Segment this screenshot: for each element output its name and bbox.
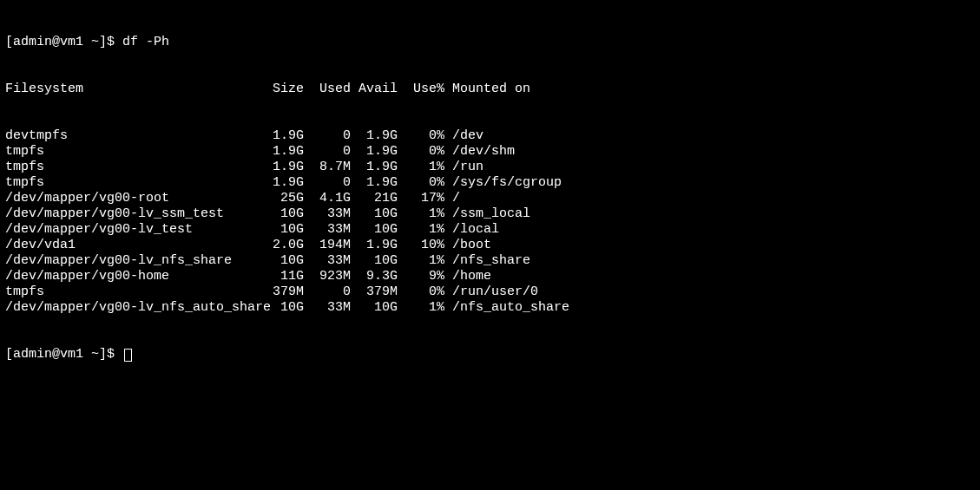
cell-avail: 9.3G <box>351 269 398 284</box>
table-row: /dev/mapper/vg00-lv_nfs_share10G33M10G1%… <box>5 253 975 269</box>
table-row: /dev/mapper/vg00-lv_test10G33M10G1%/loca… <box>5 222 975 238</box>
cell-usepct: 10% <box>398 238 444 253</box>
table-header-row: FilesystemSizeUsedAvailUse%Mounted on <box>5 82 975 97</box>
cell-size: 1.9G <box>257 160 304 175</box>
cell-usepct: 0% <box>398 128 444 144</box>
cell-used: 923M <box>304 269 351 284</box>
table-row: tmpfs1.9G8.7M1.9G1%/run <box>5 160 975 175</box>
cell-used: 0 <box>304 128 351 144</box>
cell-size: 1.9G <box>257 175 304 191</box>
cell-mount: /nfs_auto_share <box>444 300 569 316</box>
cell-filesystem: tmpfs <box>5 175 257 191</box>
cell-used: 194M <box>304 238 351 253</box>
command-text: df -Ph <box>122 35 169 49</box>
cell-used: 33M <box>304 253 351 269</box>
shell-prompt: [admin@vm1 ~]$ <box>5 35 122 49</box>
header-avail: Avail <box>351 82 398 97</box>
table-row: /dev/mapper/vg00-home11G923M9.3G9%/home <box>5 269 975 284</box>
cell-size: 25G <box>257 191 304 206</box>
command-line: [admin@vm1 ~]$ df -Ph <box>5 35 975 50</box>
cell-mount: /run/user/0 <box>444 284 538 300</box>
cell-usepct: 0% <box>398 284 444 300</box>
cell-size: 379M <box>257 284 304 300</box>
cell-mount: /ssm_local <box>444 206 530 222</box>
cell-filesystem: /dev/mapper/vg00-lv_nfs_auto_share <box>5 300 257 316</box>
cell-used: 4.1G <box>304 191 351 206</box>
cell-usepct: 1% <box>398 253 444 269</box>
table-row: /dev/mapper/vg00-lv_ssm_test10G33M10G1%/… <box>5 206 975 222</box>
cell-usepct: 0% <box>398 175 444 191</box>
cell-used: 8.7M <box>304 160 351 175</box>
cell-usepct: 17% <box>398 191 444 206</box>
cell-size: 1.9G <box>257 144 304 160</box>
cell-avail: 379M <box>351 284 398 300</box>
cell-size: 2.0G <box>257 238 304 253</box>
header-used: Used <box>304 82 351 97</box>
cell-size: 10G <box>257 222 304 238</box>
cell-size: 11G <box>257 269 304 284</box>
cell-used: 33M <box>304 300 351 316</box>
cell-used: 0 <box>304 175 351 191</box>
table-row: tmpfs1.9G01.9G0%/sys/fs/cgroup <box>5 175 975 191</box>
cell-mount: /home <box>444 269 491 284</box>
cell-mount: /dev/shm <box>444 144 515 160</box>
cell-used: 0 <box>304 144 351 160</box>
header-size: Size <box>257 82 304 97</box>
cell-avail: 1.9G <box>351 175 398 191</box>
cell-size: 10G <box>257 253 304 269</box>
cell-usepct: 1% <box>398 300 444 316</box>
cell-avail: 1.9G <box>351 128 398 144</box>
cell-usepct: 9% <box>398 269 444 284</box>
cell-size: 1.9G <box>257 128 304 144</box>
cell-mount: /dev <box>444 128 483 144</box>
table-row: /dev/mapper/vg00-lv_nfs_auto_share10G33M… <box>5 300 975 316</box>
cell-filesystem: tmpfs <box>5 284 257 300</box>
cell-avail: 1.9G <box>351 160 398 175</box>
cell-mount: /boot <box>444 238 491 253</box>
cell-usepct: 0% <box>398 144 444 160</box>
cell-avail: 1.9G <box>351 238 398 253</box>
cell-mount: / <box>444 191 460 206</box>
cell-avail: 10G <box>351 300 398 316</box>
cell-mount: /run <box>444 160 483 175</box>
cell-avail: 21G <box>351 191 398 206</box>
cursor-icon <box>124 349 132 362</box>
prompt-line: [admin@vm1 ~]$ <box>5 347 975 363</box>
header-usepct: Use% <box>398 82 444 97</box>
table-row: /dev/vda12.0G194M1.9G10%/boot <box>5 238 975 253</box>
cell-filesystem: /dev/mapper/vg00-home <box>5 269 257 284</box>
cell-avail: 10G <box>351 253 398 269</box>
header-filesystem: Filesystem <box>5 82 257 97</box>
cell-avail: 10G <box>351 222 398 238</box>
cell-usepct: 1% <box>398 160 444 175</box>
cell-filesystem: /dev/mapper/vg00-root <box>5 191 257 206</box>
table-row: devtmpfs1.9G01.9G0%/dev <box>5 128 975 144</box>
cell-used: 33M <box>304 222 351 238</box>
cell-filesystem: tmpfs <box>5 144 257 160</box>
cell-used: 0 <box>304 284 351 300</box>
cell-mount: /nfs_share <box>444 253 530 269</box>
cell-avail: 10G <box>351 206 398 222</box>
cell-size: 10G <box>257 206 304 222</box>
table-row: /dev/mapper/vg00-root25G4.1G21G17%/ <box>5 191 975 206</box>
table-row: tmpfs379M0379M0%/run/user/0 <box>5 284 975 300</box>
cell-avail: 1.9G <box>351 144 398 160</box>
cell-mount: /sys/fs/cgroup <box>444 175 562 191</box>
cell-filesystem: tmpfs <box>5 160 257 175</box>
cell-size: 10G <box>257 300 304 316</box>
cell-filesystem: /dev/mapper/vg00-lv_nfs_share <box>5 253 257 269</box>
cell-filesystem: /dev/mapper/vg00-lv_ssm_test <box>5 206 257 222</box>
header-mounted: Mounted on <box>444 82 530 97</box>
cell-mount: /local <box>444 222 499 238</box>
cell-usepct: 1% <box>398 222 444 238</box>
cell-filesystem: /dev/mapper/vg00-lv_test <box>5 222 257 238</box>
table-row: tmpfs1.9G01.9G0%/dev/shm <box>5 144 975 160</box>
cell-filesystem: /dev/vda1 <box>5 238 257 253</box>
cell-usepct: 1% <box>398 206 444 222</box>
cell-used: 33M <box>304 206 351 222</box>
terminal-output[interactable]: [admin@vm1 ~]$ df -Ph FilesystemSizeUsed… <box>5 3 975 378</box>
cell-filesystem: devtmpfs <box>5 128 257 144</box>
shell-prompt: [admin@vm1 ~]$ <box>5 347 122 362</box>
